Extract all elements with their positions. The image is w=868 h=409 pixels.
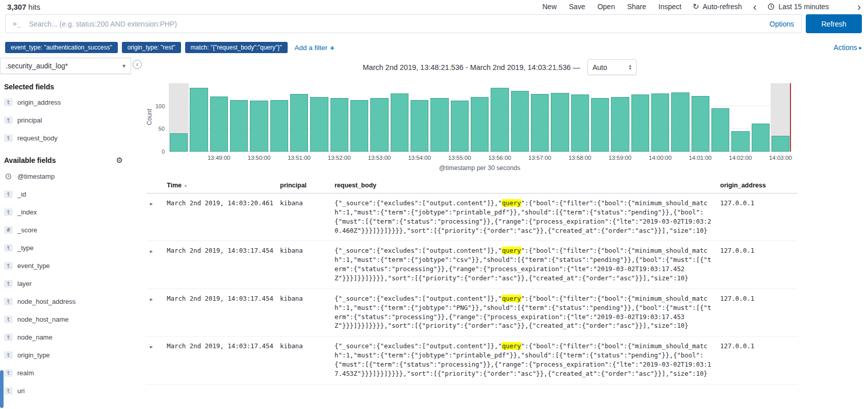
bar[interactable] [570,83,590,152]
time-forward-button[interactable]: › [857,2,861,12]
index-pattern-selector[interactable]: .security_audit_log* ▾ [0,58,131,74]
filter-pill[interactable]: match: "{"request_body":"query"}" [185,42,288,53]
field-item-layer[interactable]: tlayer [0,275,131,293]
bar-fill [230,100,248,152]
bar[interactable] [730,83,750,152]
select-caret-icon: ▴▾ [629,64,631,70]
bar[interactable] [249,83,269,152]
scrollbar-thumb[interactable] [0,370,4,408]
filter-pill[interactable]: event_type: "authentication_success" [5,42,118,53]
bar[interactable] [209,83,229,152]
bar[interactable] [369,83,389,152]
field-name: node_name [17,333,53,341]
field-item-node_name[interactable]: tnode_name [0,328,131,346]
column-header-principal[interactable]: principal [280,182,328,189]
field-item-principal[interactable]: tprincipal [0,111,131,129]
column-header-label: Time [167,182,182,189]
bar[interactable] [269,83,289,152]
field-item-request_body[interactable]: trequest_body [0,129,131,147]
time-back-button[interactable]: ‹ [753,2,757,12]
x-tick-label: 13:56:00 [488,155,511,161]
bar[interactable] [751,83,771,152]
column-header-time[interactable]: Time▼ [167,182,274,189]
bar[interactable] [229,83,249,152]
results-table: Time▼ principal request_body origin_addr… [146,182,798,409]
options-link[interactable]: Options [770,20,794,28]
bar-fill [671,92,689,152]
cell-principal: kibana [280,246,328,282]
top-menu: NewSaveOpenShareInspect [543,3,682,11]
bar[interactable] [189,83,209,152]
bar[interactable] [490,83,509,152]
field-name: _index [17,208,37,216]
bar[interactable] [630,83,650,152]
row-expand-toggle[interactable]: ▶ [146,294,161,330]
bar[interactable] [429,83,449,152]
bar[interactable] [590,83,610,152]
field-item-_type[interactable]: t_type [0,239,131,257]
bar[interactable] [349,83,369,152]
bar[interactable] [169,83,189,152]
add-filter-button[interactable]: Add a filter + [295,43,335,52]
bar[interactable] [510,83,530,152]
search-input[interactable] [28,19,763,29]
bar[interactable] [289,83,309,152]
bar[interactable] [450,83,470,152]
row-expand-toggle[interactable]: ▶ [146,246,161,282]
bar[interactable] [691,83,710,152]
refresh-button[interactable]: Refresh [806,14,862,33]
field-item-node_host_name[interactable]: tnode_host_name [0,310,131,328]
field-item-node_host_address[interactable]: tnode_host_address [0,293,131,310]
table-row: ▶March 2nd 2019, 14:03:20.461kibana{"_so… [146,194,798,241]
row-expand-toggle[interactable]: ▶ [146,342,161,378]
bar[interactable] [410,83,429,152]
time-range-picker[interactable]: Last 15 minutes [768,3,829,11]
bar[interactable] [550,83,570,152]
field-item-_index[interactable]: t_index [0,203,131,221]
bar[interactable] [329,83,349,152]
bar[interactable] [610,83,630,152]
time-range-text: March 2nd 2019, 13:48:21.536 - March 2nd… [363,63,580,71]
bar-fill [551,93,569,152]
row-expand-toggle[interactable]: ▶ [146,199,161,235]
field-item-_score[interactable]: #_score [0,221,131,239]
column-header-request-body[interactable]: request_body [335,182,714,189]
menu-item-share[interactable]: Share [627,3,646,11]
bar[interactable] [470,83,490,152]
query-prompt-icon: >_ [13,20,22,28]
bar[interactable] [650,83,670,152]
field-item-event_type[interactable]: tevent_type [0,257,131,275]
bar[interactable] [771,83,790,152]
field-item-origin_type[interactable]: torigin_type [0,346,131,364]
menu-item-save[interactable]: Save [569,3,585,11]
bar[interactable] [670,83,690,152]
field-item-origin_address[interactable]: torigin_address [0,93,131,111]
filter-actions-button[interactable]: Actions ▸ [834,43,862,52]
y-tick-label: 50 [150,126,165,132]
bar[interactable] [390,83,410,152]
x-tick-labels: 13:49:0013:50:0013:51:0013:52:0013:53:00… [169,155,790,162]
bar[interactable] [710,83,730,152]
bar[interactable] [309,83,329,152]
field-name: _id [17,190,26,198]
filter-pill[interactable]: origin_type: "rest" [122,42,181,53]
bar-fill [491,88,508,152]
menu-item-new[interactable]: New [543,3,557,11]
actions-label: Actions [834,43,857,52]
auto-refresh-button[interactable]: ↻ Auto-refresh [693,2,742,11]
column-header-origin-address[interactable]: origin_address [720,182,798,189]
gear-icon[interactable]: ⚙ [116,156,123,165]
top-bar: 3,307hits NewSaveOpenShareInspect ↻ Auto… [0,0,868,13]
field-item-uri[interactable]: turi [0,382,131,400]
field-item-realm[interactable]: trealm [0,364,131,382]
selected-fields-list: torigin_addresstprincipaltrequest_body [0,93,131,147]
field-item-_id[interactable]: t_id [0,185,131,203]
interval-select[interactable]: Auto ▴▾ [588,59,636,75]
x-tick-label: 13:52:00 [328,155,351,161]
x-tick-label: 14:01:00 [689,155,712,161]
field-item-timestamp[interactable]: @timestamp [0,167,131,185]
menu-item-open[interactable]: Open [597,3,615,11]
field-name: node_host_address [17,298,75,305]
menu-item-inspect[interactable]: Inspect [658,3,681,11]
bar[interactable] [530,83,550,152]
